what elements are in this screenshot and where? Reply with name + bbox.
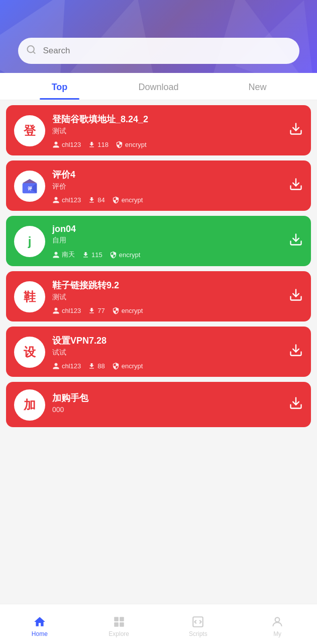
card-content: 设置VPN7.28 试试 chl123 88 encrypt (52, 335, 303, 370)
card-encrypt: encrypt (112, 307, 143, 314)
search-bar[interactable] (18, 38, 299, 64)
home-icon (33, 615, 46, 628)
svg-rect-12 (114, 617, 119, 621)
avatar: 设 (14, 337, 45, 368)
card-subtitle: 评价 (52, 182, 303, 191)
bottom-nav: Home Explore Scripts My (0, 604, 317, 644)
card-author: chl123 (52, 196, 81, 204)
card-meta: chl123 77 encrypt (52, 307, 303, 314)
nav-label-scripts: Scripts (189, 630, 207, 637)
card-content: 登陆谷歌填地址_8.24_2 测试 chl123 118 encrypt (52, 113, 303, 148)
list-item[interactable]: j jon04 自用 南天 115 encrypt (6, 216, 311, 266)
tab-new[interactable]: New (208, 73, 307, 100)
svg-line-1 (33, 51, 35, 53)
card-content: 评价4 评价 chl123 84 encrypt (52, 169, 303, 204)
card-title: 鞋子链接跳转9.2 (52, 279, 303, 291)
card-downloads: 77 (88, 307, 104, 314)
nav-item-my[interactable]: My (238, 611, 317, 637)
svg-rect-13 (120, 617, 124, 621)
avatar: 鞋 (14, 281, 45, 312)
card-title: jon04 (52, 224, 303, 234)
scripts-icon (191, 615, 204, 628)
card-encrypt: encrypt (116, 141, 147, 148)
search-input[interactable] (18, 38, 299, 64)
list-item[interactable]: 评 评价4 评价 chl123 84 encrypt (6, 160, 311, 211)
card-meta: 南天 115 encrypt (52, 250, 303, 259)
avatar: 评 (14, 171, 45, 202)
list-item[interactable]: 登 登陆谷歌填地址_8.24_2 测试 chl123 118 encrypt (6, 105, 311, 155)
card-subtitle: 测试 (52, 127, 303, 136)
svg-rect-15 (120, 622, 124, 627)
card-content: 加购手包 000 (52, 392, 303, 419)
card-encrypt: encrypt (112, 196, 143, 204)
card-title: 登陆谷歌填地址_8.24_2 (52, 113, 303, 125)
list-item[interactable]: 鞋 鞋子链接跳转9.2 测试 chl123 77 encrypt (6, 271, 311, 321)
avatar: 登 (14, 115, 45, 146)
card-subtitle: 000 (52, 406, 303, 414)
card-title: 评价4 (52, 169, 303, 181)
card-subtitle: 自用 (52, 236, 303, 245)
svg-text:评: 评 (28, 186, 33, 191)
card-encrypt: encrypt (112, 362, 143, 370)
list-item[interactable]: 设 设置VPN7.28 试试 chl123 88 encrypt (6, 327, 311, 377)
card-content: jon04 自用 南天 115 encrypt (52, 224, 303, 259)
avatar: 加 (14, 389, 45, 421)
svg-marker-4 (23, 179, 37, 183)
card-encrypt: encrypt (110, 251, 141, 259)
list-item[interactable]: 加 加购手包 000 (6, 382, 311, 427)
card-meta: chl123 84 encrypt (52, 196, 303, 204)
tabs: Top Download New (0, 73, 317, 100)
card-author: chl123 (52, 362, 81, 370)
search-icon (26, 45, 36, 57)
card-subtitle: 试试 (52, 348, 303, 357)
card-downloads: 118 (88, 141, 109, 148)
card-subtitle: 测试 (52, 293, 303, 302)
nav-item-scripts[interactable]: Scripts (159, 611, 238, 637)
card-downloads: 115 (82, 251, 102, 259)
card-meta: chl123 118 encrypt (52, 141, 303, 148)
download-button[interactable] (289, 122, 303, 139)
nav-label-my: My (273, 630, 281, 637)
download-button[interactable] (289, 396, 303, 413)
card-meta: chl123 88 encrypt (52, 362, 303, 370)
cards-list: 登 登陆谷歌填地址_8.24_2 测试 chl123 118 encrypt (0, 105, 317, 477)
card-author: 南天 (52, 250, 75, 259)
card-content: 鞋子链接跳转9.2 测试 chl123 77 encrypt (52, 279, 303, 314)
card-title: 设置VPN7.28 (52, 335, 303, 347)
my-icon (271, 615, 284, 628)
card-author: chl123 (52, 141, 81, 148)
explore-icon (113, 615, 126, 628)
nav-label-home: Home (32, 630, 48, 637)
avatar: j (14, 226, 45, 257)
download-button[interactable] (289, 343, 303, 360)
download-button[interactable] (289, 288, 303, 305)
card-title: 加购手包 (52, 392, 303, 404)
svg-point-18 (275, 617, 280, 622)
download-button[interactable] (289, 177, 303, 194)
svg-rect-14 (114, 622, 119, 627)
tab-download[interactable]: Download (109, 73, 208, 100)
download-button[interactable] (289, 232, 303, 250)
nav-label-explore: Explore (109, 630, 129, 637)
card-downloads: 84 (88, 196, 104, 204)
card-downloads: 88 (88, 362, 104, 370)
nav-item-home[interactable]: Home (0, 611, 79, 637)
tab-top[interactable]: Top (10, 73, 109, 100)
card-author: chl123 (52, 307, 81, 314)
nav-item-explore[interactable]: Explore (79, 611, 159, 637)
header (0, 0, 317, 73)
